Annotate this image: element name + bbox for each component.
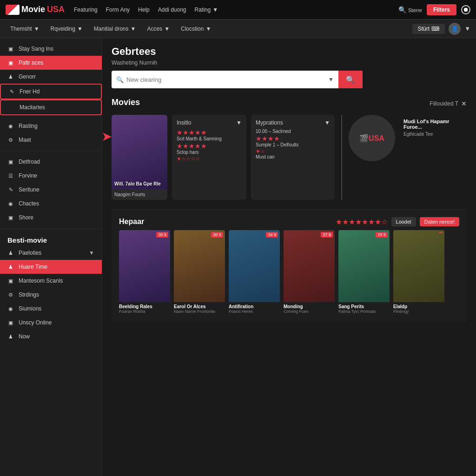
poster-card-3[interactable]: 37 8 Monding Coming Fues bbox=[284, 230, 335, 314]
poster-title-4: Sang Perits bbox=[338, 304, 390, 309]
close-filter-icon[interactable]: ✕ bbox=[461, 100, 467, 107]
user-avatar[interactable]: 👤 bbox=[449, 23, 461, 35]
sec-nav-rqveiding[interactable]: Rqveiding ▼ bbox=[46, 24, 87, 34]
sidebar-item-mantesomscans[interactable]: ▣ Mantesom Scanls bbox=[0, 274, 102, 288]
top-nav-right: 🔍 Sterre Filters ⏺ bbox=[398, 4, 470, 15]
sidebar-item-genorr[interactable]: ♟ Genorr bbox=[0, 70, 102, 84]
nav-link-formany[interactable]: Form Any bbox=[106, 7, 130, 13]
sidebar-item-maet[interactable]: ⚙ Maet bbox=[0, 133, 102, 147]
search-bar: 🔍 ▼ 🔍 bbox=[112, 71, 363, 88]
sidebar-item-siumions[interactable]: ◉ Siumions bbox=[0, 302, 102, 316]
poster-sub-5: Flintingy bbox=[393, 309, 444, 314]
sec-nav-acces[interactable]: Acces ▼ bbox=[142, 24, 174, 34]
movie-title-over: Witl. 7alo Ba Gpe Rle bbox=[114, 181, 161, 186]
movie-card-main[interactable]: Witl. 7alo Ba Gpe Rle Naogirn Fourts bbox=[112, 115, 167, 200]
sidebar-item-strdings[interactable]: ⚙ Strdings bbox=[0, 288, 102, 302]
movie-right-subtitle: Egthicade Tee bbox=[403, 132, 463, 137]
poster-badge-0: 30 5 bbox=[156, 232, 168, 238]
sidebar-item-forvine[interactable]: ☰ Forvine bbox=[0, 169, 102, 183]
sidebar-item-huaretime[interactable]: ♟ Huare Time bbox=[0, 260, 102, 274]
grid-icon: ▣ bbox=[7, 319, 14, 326]
sec-nav-clocstion[interactable]: Clocstion ▼ bbox=[176, 24, 216, 34]
grid-icon: ▣ bbox=[7, 60, 14, 66]
best-movie-title: Hepaar bbox=[119, 218, 144, 226]
sidebar-item-chactes[interactable]: ◉ Chactes bbox=[0, 197, 102, 211]
top-nav-links: Featuring Form Any Help Addi duong Ratin… bbox=[74, 7, 389, 13]
poster-badge-1: 30 5 bbox=[211, 232, 223, 238]
sidebar-item-now[interactable]: ♟ Now bbox=[0, 330, 102, 344]
sidebar-item-staysangins[interactable]: ▣ Stay Sang Ins bbox=[0, 42, 102, 56]
grid-icon: ▣ bbox=[7, 159, 14, 165]
sidebar-item-seritune[interactable]: ✎ Seritune bbox=[0, 183, 102, 197]
filter-indicator: Fillouided T ✕ bbox=[430, 100, 467, 107]
secondary-nav: Themsht ▼ Rqveiding ▼ Manitial drons ▼ A… bbox=[0, 20, 476, 38]
sidebar-item-unscyonline[interactable]: ▣ Unscy Online bbox=[0, 316, 102, 330]
poster-title-2: Antifiration bbox=[229, 304, 280, 309]
chevron-icon: ▼ bbox=[205, 26, 211, 32]
movie-label-4: Must can bbox=[256, 154, 330, 159]
sidebar-item-detfroad[interactable]: ▣ Detfroad bbox=[0, 155, 102, 169]
poster-sub-2: Foarst Heres bbox=[229, 309, 280, 314]
start-button[interactable]: Stürt ⌨ bbox=[412, 24, 445, 34]
sidebar-item-paltraces[interactable]: ▣ Paltr aces bbox=[0, 56, 102, 70]
poster-img-5 bbox=[393, 230, 444, 302]
chevron-down-icon: ▼ bbox=[212, 7, 218, 13]
best-movie-sidebar-title: Besti-movie bbox=[0, 232, 102, 246]
movie-expanded-1: Insitlo ▼ ★★★★★ Scit Marth & Samning ★★★… bbox=[172, 115, 246, 200]
poster-img-4: 29 5 bbox=[338, 230, 390, 302]
sec-nav-themsht[interactable]: Themsht ▼ bbox=[6, 24, 44, 34]
sidebar-item-macliartes[interactable]: Macliartes bbox=[0, 99, 102, 115]
sidebar-item-fnerhd[interactable]: ✎ Fner Hd bbox=[0, 84, 102, 99]
poster-img-0: 30 5 bbox=[119, 230, 170, 302]
sidebar-item-paeloties[interactable]: ♟ Paeloties ▼ bbox=[0, 246, 102, 260]
movie-stars-4: ★★★★ bbox=[256, 135, 330, 142]
movies-row: Witl. 7alo Ba Gpe Rle Naogirn Fourts Ins… bbox=[112, 115, 467, 200]
filters-button[interactable]: Filters bbox=[427, 4, 456, 15]
nav-link-help[interactable]: Help bbox=[138, 7, 150, 13]
poster-card-1[interactable]: 30 5 Earol Or Alces Nase Narne Frortonit… bbox=[174, 230, 225, 314]
search-icon: 🔍 bbox=[116, 76, 124, 83]
record-symbol: ⏺ bbox=[463, 6, 469, 13]
chevron-icon: ▼ bbox=[164, 26, 170, 32]
poster-title-5: Elaldp bbox=[393, 304, 444, 309]
search-input[interactable] bbox=[126, 73, 325, 87]
sidebar-item-shore[interactable]: ▣ Shore bbox=[0, 211, 102, 225]
top-search-icon[interactable]: 🔍 Sterre bbox=[398, 6, 422, 13]
search-button[interactable]: 🔍 bbox=[338, 71, 363, 88]
poster-card-4[interactable]: 29 5 Sang Perits Palma Tyrc Portsato bbox=[338, 230, 390, 314]
sec-nav-manitial[interactable]: Manitial drons ▼ bbox=[89, 24, 141, 34]
loodel-button[interactable]: Loodel bbox=[391, 217, 416, 226]
record-icon[interactable]: ⏺ bbox=[461, 5, 470, 14]
blank-icon bbox=[8, 104, 15, 111]
nav-link-rating[interactable]: Rating ▼ bbox=[195, 7, 218, 13]
poster-sub-4: Palma Tyrc Portsato bbox=[338, 309, 390, 314]
red-arrow-indicator: ➤ bbox=[101, 129, 112, 144]
search-input-wrap: 🔍 ▼ bbox=[112, 73, 338, 87]
chess-icon: ♟ bbox=[7, 73, 14, 80]
genres-title: Gebrtees bbox=[112, 46, 467, 58]
datennence-button[interactable]: Daten nence! bbox=[420, 217, 459, 226]
grid-icon: ▣ bbox=[7, 46, 14, 52]
main-layout: ▣ Stay Sang Ins ▣ Paltr aces ♟ Genorr ✎ … bbox=[0, 38, 476, 476]
poster-img-3: 37 8 bbox=[284, 230, 335, 302]
movie-stars-5: ★☆ bbox=[256, 148, 330, 154]
movie-stars-1: ★★★★★ bbox=[177, 129, 242, 136]
poster-card-2[interactable]: 34 9 Antifiration Foarst Heres bbox=[229, 230, 280, 314]
logo-usa: USA bbox=[47, 5, 65, 14]
nav-link-featuring[interactable]: Featuring bbox=[74, 7, 98, 13]
nav-link-addi[interactable]: Addi duong bbox=[158, 7, 186, 13]
logo[interactable]: MovieUSA bbox=[6, 5, 65, 15]
search-dropdown-arrow[interactable]: ▼ bbox=[328, 76, 334, 83]
logo-circle: 🎬USA bbox=[349, 115, 395, 161]
poster-card-5[interactable]: Elaldp Flintingy bbox=[393, 230, 444, 314]
sidebar-item-rasting[interactable]: ◉ Rasting bbox=[0, 119, 102, 133]
gear-icon: ⚙ bbox=[7, 291, 14, 298]
movie-stars-2: ★★★★★ bbox=[177, 142, 242, 150]
user-dropdown-icon[interactable]: ▼ bbox=[464, 25, 470, 32]
best-movie-section: Hepaar ★★★★★★★☆ Loodel Daten nence! 30 5… bbox=[112, 209, 467, 321]
vertical-divider bbox=[341, 115, 342, 200]
sidebar-divider-1 bbox=[0, 151, 102, 151]
movie-label-3: Sumple 1 – Delfoults bbox=[256, 142, 330, 147]
best-movie-header: Hepaar ★★★★★★★☆ Loodel Daten nence! bbox=[119, 217, 459, 226]
poster-card-0[interactable]: 30 5 Beelding Rales Foarse Rosha bbox=[119, 230, 170, 314]
